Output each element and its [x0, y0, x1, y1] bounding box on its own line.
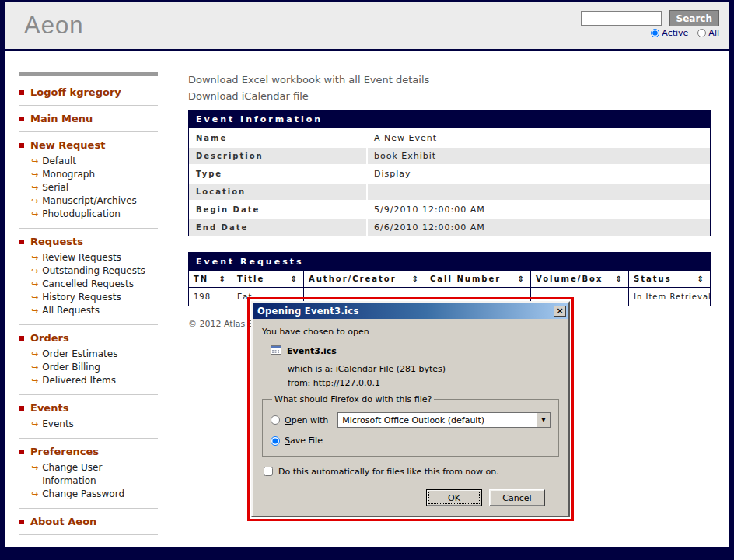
table-row: Begin Date 5/9/2010 12:00:00 AM: [189, 200, 710, 218]
sidebar-item-default[interactable]: ↪Default: [31, 155, 158, 168]
search-button[interactable]: Search: [669, 10, 719, 26]
divider: [19, 228, 158, 229]
submenu-arrow-icon: ↪: [31, 348, 38, 361]
scope-all-radio[interactable]: [697, 29, 706, 37]
divider: [19, 105, 158, 106]
new-request-items: ↪Default ↪Monograph ↪Serial ↪Manuscript/…: [19, 154, 158, 224]
bullet-icon: [19, 240, 24, 244]
sidebar-item-events[interactable]: Events: [19, 399, 158, 417]
file-name: Event3.ics: [287, 346, 337, 356]
scope-active-option[interactable]: Active: [651, 28, 688, 38]
bullet-icon: [19, 143, 24, 148]
table-row: End Date 6/6/2010 12:00:00 AM: [189, 218, 710, 236]
submenu-arrow-icon: ↪: [31, 418, 38, 431]
sidebar-item-history-requests[interactable]: ↪History Requests: [31, 291, 158, 304]
events-items: ↪Events: [19, 417, 158, 434]
download-icalendar-link[interactable]: Download iCalendar file: [188, 90, 711, 103]
dialog-titlebar[interactable]: Opening Event3.ics ×: [253, 303, 568, 319]
submenu-arrow-icon: ↪: [31, 194, 38, 208]
sidebar-item-all-requests[interactable]: ↪All Requests: [31, 304, 158, 317]
divider: [19, 394, 158, 395]
sidebar-item-about-aeon[interactable]: About Aeon: [19, 513, 158, 530]
submenu-arrow-icon: ↪: [31, 304, 38, 317]
cancel-button[interactable]: Cancel: [489, 489, 545, 506]
sidebar-item-cancelled-requests[interactable]: ↪Cancelled Requests: [31, 278, 158, 291]
remember-checkbox[interactable]: [264, 467, 273, 476]
dialog-buttons: OK Cancel: [262, 489, 559, 506]
submenu-arrow-icon: ↪: [31, 461, 38, 488]
sidebar-item-change-password[interactable]: ↪Change Password: [31, 488, 158, 501]
bullet-icon: [19, 336, 24, 341]
close-icon[interactable]: ×: [554, 306, 566, 317]
divider: [19, 324, 158, 325]
column-header-volume[interactable]: Volume/Box⇕: [531, 271, 629, 287]
sidebar-item-delivered-items[interactable]: ↪Delivered Items: [31, 374, 158, 387]
column-header-tn[interactable]: TN⇕: [189, 271, 232, 287]
divider: [19, 534, 158, 535]
bullet-icon: [19, 406, 24, 411]
sort-icon: ⇕: [412, 275, 420, 283]
download-excel-link[interactable]: Download Excel workbook with all Event d…: [188, 74, 711, 86]
table-row: Name A New Event: [189, 128, 710, 146]
ok-button[interactable]: OK: [426, 489, 482, 506]
column-header-call-number[interactable]: Call Number⇕: [425, 271, 531, 287]
bullet-icon: [19, 520, 24, 524]
sidebar-item-order-billing[interactable]: ↪Order Billing: [31, 361, 158, 374]
scope-all-option[interactable]: All: [697, 28, 719, 38]
sidebar-item-photoduplication[interactable]: ↪Photoduplication: [31, 208, 158, 221]
event-information-title: Event Information: [189, 110, 710, 128]
highlight-box: Opening Event3.ics × You have chosen to …: [247, 297, 574, 521]
sort-icon: ⇕: [616, 275, 624, 283]
sidebar-item-change-user-information[interactable]: ↪Change User Information: [31, 461, 158, 488]
sidebar-item-order-estimates[interactable]: ↪Order Estimates: [31, 348, 158, 361]
submenu-arrow-icon: ↪: [31, 155, 38, 168]
dialog-message: You have chosen to open: [262, 327, 559, 337]
column-header-author[interactable]: Author/Creator⇕: [304, 271, 425, 287]
remember-row: Do this automatically for files like thi…: [264, 467, 559, 477]
bullet-icon: [19, 450, 24, 454]
submenu-arrow-icon: ↪: [31, 208, 38, 221]
aeon-page: Aeon Search Active All Logoff kgregory M…: [0, 0, 734, 560]
sidebar-item-outstanding-requests[interactable]: ↪Outstanding Requests: [31, 264, 158, 278]
sidebar-item-requests[interactable]: Requests: [19, 233, 158, 250]
scope-active-radio[interactable]: [651, 29, 659, 37]
sidebar-item-new-request[interactable]: New Request: [19, 136, 158, 154]
column-header-status[interactable]: Status⇕: [629, 271, 710, 287]
divider: [19, 131, 158, 132]
sidebar-item-manuscript[interactable]: ↪Manuscript/Archives: [31, 194, 158, 208]
dialog-title: Opening Event3.ics: [257, 306, 554, 317]
open-with-radio[interactable]: [271, 415, 280, 425]
save-file-radio[interactable]: [271, 436, 280, 446]
requests-items: ↪Review Requests ↪Outstanding Requests ↪…: [19, 250, 158, 320]
download-dialog: Opening Event3.ics × You have chosen to …: [251, 301, 570, 517]
page-header: Aeon Search Active All: [5, 2, 729, 51]
search-area: Search Active All: [581, 10, 719, 38]
preferences-items: ↪Change User Information ↪Change Passwor…: [19, 460, 158, 504]
sidebar-item-main-menu[interactable]: Main Menu: [19, 110, 158, 128]
orders-items: ↪Order Estimates ↪Order Billing ↪Deliver…: [19, 347, 158, 390]
open-with-label: Open with: [285, 415, 328, 425]
sidebar-item-monograph[interactable]: ↪Monograph: [31, 168, 158, 181]
chevron-down-icon[interactable]: ▼: [537, 413, 550, 427]
bullet-icon: [19, 90, 24, 95]
page-bottom-bar: [5, 547, 729, 560]
divider: [19, 508, 158, 509]
open-with-row: Open with Microsoft Office Outlook (defa…: [271, 412, 550, 428]
bullet-icon: [19, 117, 24, 121]
search-scope: Active All: [581, 28, 719, 38]
sidebar-item-preferences[interactable]: Preferences: [19, 443, 158, 460]
table-row: Type Display: [189, 164, 710, 182]
search-input[interactable]: [581, 11, 662, 26]
submenu-arrow-icon: ↪: [31, 278, 38, 291]
sidebar-item-serial[interactable]: ↪Serial: [31, 181, 158, 194]
submenu-arrow-icon: ↪: [31, 488, 38, 501]
sidebar-item-events-link[interactable]: ↪Events: [31, 418, 158, 431]
sidebar-item-logoff[interactable]: Logoff kgregory: [19, 83, 158, 101]
column-header-title[interactable]: Title⇕: [232, 271, 304, 287]
sidebar-item-orders[interactable]: Orders: [19, 329, 158, 347]
open-with-select[interactable]: Microsoft Office Outlook (default) ▼: [337, 412, 550, 428]
sidebar-item-review-requests[interactable]: ↪Review Requests: [31, 251, 158, 264]
file-type-line: which is a: iCalendar File (281 bytes): [288, 364, 559, 374]
remember-label: Do this automatically for files like thi…: [278, 467, 499, 477]
event-requests-title: Event Requests: [189, 253, 710, 271]
